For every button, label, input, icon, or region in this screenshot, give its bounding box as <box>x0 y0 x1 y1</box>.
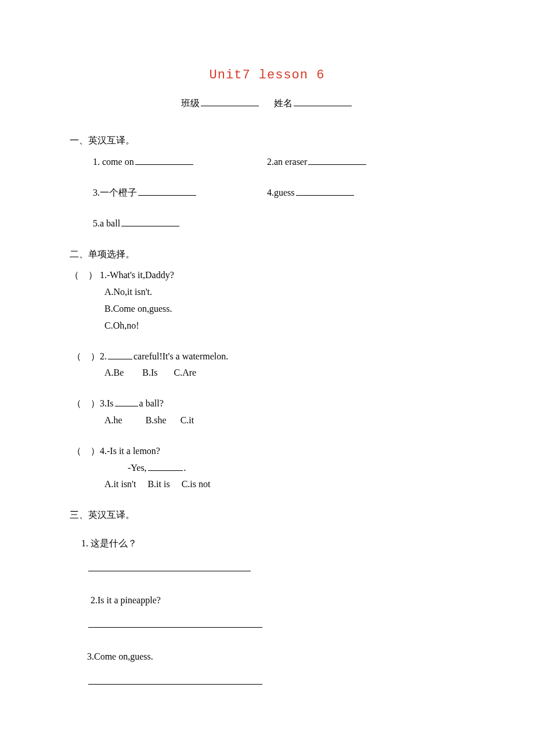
q3: （ ）3.Isa ball? A.he B.she C.it <box>70 395 464 429</box>
q1: （ ） 1.-What's it,Daddy? A.No,it isn't. B… <box>70 267 464 334</box>
s1-item1-text: come on <box>102 157 134 167</box>
q1-opt-c: C.Oh,no! <box>70 318 464 334</box>
s3-item3-text: Come on,guess. <box>94 651 153 661</box>
name-label: 姓名 <box>274 98 293 108</box>
q1-opt-a: A.No,it isn't. <box>70 284 464 301</box>
s1-item2-num: 2. <box>267 157 274 167</box>
s1-blank4[interactable] <box>296 186 354 196</box>
s3-item2-text: Is it a pineapple? <box>98 595 161 605</box>
q3-paren[interactable]: （ ） <box>72 398 100 408</box>
q2-options: A.Be B.Is C.Are <box>70 365 464 381</box>
section2-heading: 二、单项选择。 <box>70 246 464 263</box>
s3-blank2[interactable] <box>88 618 262 628</box>
q3-stem-pre: Is <box>107 398 114 408</box>
class-input-blank[interactable] <box>201 96 259 106</box>
s1-item2-text: an eraser <box>274 157 307 167</box>
q2-num: 2. <box>100 351 107 361</box>
student-info-line: 班级 姓名 <box>70 95 464 112</box>
s1-item4-num: 4. <box>267 188 274 197</box>
s1-blank1[interactable] <box>135 155 193 165</box>
q2-paren[interactable]: （ ） <box>72 351 100 361</box>
q4-num: 4. <box>100 446 107 456</box>
s1-row3: 5.a ball <box>70 215 464 232</box>
q2-blank[interactable] <box>108 350 132 359</box>
worksheet-page: Unit7 lesson 6 班级 姓名 一、英汉互译。 1. come on … <box>0 0 534 740</box>
q4-options: A.it isn't B.it is C.is not <box>70 476 464 493</box>
s1-item3-num: 3. <box>93 188 100 197</box>
q1-paren[interactable]: （ ） <box>70 270 98 280</box>
page-title: Unit7 lesson 6 <box>70 64 464 87</box>
s1-row2: 3.一个橙子 4.guess <box>70 185 464 201</box>
s3-blank1[interactable] <box>88 561 251 571</box>
s1-item5-num: 5. <box>93 218 100 228</box>
s3-item1: 1. 这是什么？ <box>70 535 464 552</box>
q3-options: A.he B.she C.it <box>70 412 464 429</box>
q4: （ ）4.-Is it a lemon? -Yes,. A.it isn't B… <box>70 443 464 493</box>
s1-blank3[interactable] <box>138 186 196 196</box>
s3-ans2 <box>87 617 464 633</box>
q4-stem2-pre: -Yes, <box>128 463 147 473</box>
s3-item3: 3.Come on,guess. <box>70 649 464 665</box>
s1-item4-text: guess <box>274 188 295 197</box>
s1-item1-num: 1. <box>93 157 100 167</box>
section1-heading: 一、英汉互译。 <box>70 132 464 149</box>
q3-stem-post: a ball? <box>139 398 164 408</box>
s1-item5-text: a ball <box>100 218 120 228</box>
q3-num: 3. <box>100 398 107 408</box>
q4-stem2: -Yes,. <box>70 460 464 477</box>
s3-item1-num: 1. <box>81 538 88 548</box>
s3-item1-text: 这是什么？ <box>91 538 137 548</box>
s3-item2: 2.Is it a pineapple? <box>70 592 464 609</box>
s3-item3-num: 3. <box>87 651 94 661</box>
q1-stem: -What's it,Daddy? <box>107 270 174 280</box>
s1-blank5[interactable] <box>121 217 179 226</box>
q2: （ ）2.careful!It's a watermelon. A.Be B.I… <box>70 348 464 382</box>
s3-item2-num: 2. <box>91 595 98 605</box>
s3-ans3 <box>87 674 464 690</box>
s3-blank3[interactable] <box>88 675 262 685</box>
q4-paren[interactable]: （ ） <box>72 446 100 456</box>
s1-blank2[interactable] <box>308 155 366 165</box>
q2-stem-post: careful!It's a watermelon. <box>134 351 228 361</box>
q4-blank[interactable] <box>148 461 183 471</box>
q1-opt-b: B.Come on,guess. <box>70 301 464 318</box>
q4-stem: -Is it a lemon? <box>107 446 160 456</box>
name-input-blank[interactable] <box>294 96 352 106</box>
s1-row1: 1. come on 2.an eraser <box>70 154 464 171</box>
q3-blank[interactable] <box>115 397 138 406</box>
class-label: 班级 <box>181 98 200 108</box>
s1-item3-text: 一个橙子 <box>100 188 137 197</box>
q4-stem2-post: . <box>184 463 186 473</box>
q1-num: 1. <box>100 270 107 280</box>
s3-ans1 <box>87 560 464 577</box>
section3-heading: 三、英汉互译。 <box>70 507 464 524</box>
